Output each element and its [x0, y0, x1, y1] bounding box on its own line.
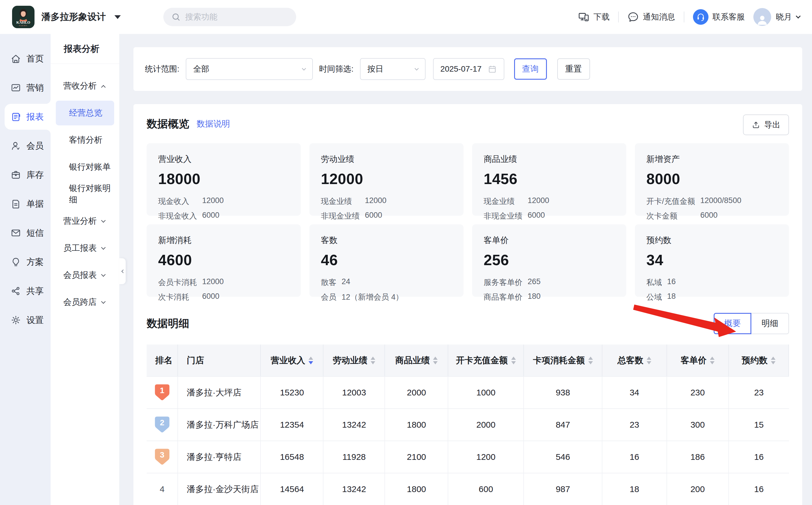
- brand-switcher[interactable]: KAHLO FARMS 潘多拉形象设计: [12, 6, 121, 28]
- sidebar-item-documents[interactable]: 单据: [5, 191, 51, 217]
- sort-icon[interactable]: [588, 357, 593, 364]
- submenu-group-member-cross-store[interactable]: 会员跨店: [56, 290, 114, 315]
- overview-cards: 营业收入 18000 现金收入 12000 非现金收入 6000 劳动业绩 12…: [147, 143, 789, 297]
- column-header: 营业收入: [261, 345, 324, 376]
- sort-asc-icon: [710, 357, 715, 360]
- time-granularity-select[interactable]: 按日: [360, 58, 426, 80]
- goods-cell: 2100: [385, 441, 448, 473]
- document-icon: [10, 198, 21, 209]
- sidebar-item-share[interactable]: 共享: [5, 278, 51, 304]
- card-title: 新增资产: [646, 154, 778, 165]
- submenu-group-staff-reports[interactable]: 员工报表: [56, 236, 114, 261]
- submenu-item-bank-statement[interactable]: 银行对账单: [56, 155, 114, 179]
- query-button[interactable]: 查询: [514, 58, 547, 80]
- export-button[interactable]: 导出: [743, 115, 789, 135]
- sidebar-collapse-handle[interactable]: [119, 258, 126, 284]
- sort-asc-icon: [588, 357, 593, 360]
- column-header: 开卡充值金额: [448, 345, 524, 376]
- marketing-chart-icon: [10, 82, 21, 93]
- sidebar-item-sms[interactable]: 短信: [5, 220, 51, 246]
- brand-name: 潘多拉形象设计: [41, 11, 106, 23]
- bookings-cell: 15: [729, 409, 789, 441]
- download-button[interactable]: 下载: [578, 11, 610, 23]
- store-name-cell: 潘多拉·金沙天街店: [178, 473, 261, 505]
- filter-bar: 统计范围: 全部 时间筛选: 按日 2025-07-17 查询 重置: [134, 47, 802, 91]
- sort-asc-icon: [433, 357, 438, 360]
- overview-card: 客数 46 散客 24 会员 12（新增会员 4）: [310, 224, 463, 297]
- sort-icon[interactable]: [433, 357, 438, 364]
- card-consume-amount-cell: 847: [524, 409, 602, 441]
- sort-icon[interactable]: [647, 357, 651, 364]
- card-sub-value: 24: [342, 277, 452, 288]
- revenue-cell: 14564: [261, 473, 324, 505]
- card-value: 12000: [321, 170, 452, 187]
- submenu-group-member-reports[interactable]: 会员报表: [56, 263, 114, 288]
- view-toggle: 概要 明细: [714, 313, 789, 334]
- overview-card: 客单价 256 服务客单价 265 商品客单价 180: [472, 224, 626, 297]
- search-icon: [171, 12, 181, 22]
- card-value: 34: [646, 251, 778, 269]
- labor-cell: 13242: [324, 409, 385, 441]
- submenu-item-business-overview[interactable]: 经营总览: [56, 101, 114, 125]
- table-row: 1 1 潘多拉·大坪店 15230 12003 2000 1000 938 34…: [147, 377, 789, 409]
- card-sub-value: 12000: [202, 277, 289, 288]
- card-sub-value: 12000: [528, 196, 615, 206]
- submenu-group-operation-analysis[interactable]: 营业分析: [56, 209, 114, 233]
- toggle-summary-button[interactable]: 概要: [714, 313, 751, 334]
- sidebar-item-plans[interactable]: 方案: [5, 249, 51, 275]
- sort-icon[interactable]: [710, 357, 715, 364]
- card-sub-label: 散客: [321, 277, 337, 288]
- user-menu[interactable]: 晓月: [753, 8, 800, 26]
- overview-card: 劳动业绩 12000 现金业绩 12000 非现金业绩 6000: [310, 143, 463, 216]
- brand-logo: KAHLO FARMS: [12, 6, 34, 28]
- card-title: 劳动业绩: [321, 154, 452, 165]
- card-sub-value: 6000: [202, 211, 289, 221]
- card-sub-label: 商品客单价: [484, 292, 523, 302]
- date-picker[interactable]: 2025-07-17: [433, 58, 504, 80]
- sidebar-item-home[interactable]: 首页: [5, 46, 51, 71]
- card-title: 商品业绩: [484, 154, 615, 165]
- sort-asc-icon: [511, 357, 516, 360]
- headset-icon: [693, 9, 708, 25]
- sidebar-item-settings[interactable]: 设置: [5, 307, 51, 333]
- notifications-button[interactable]: 通知消息: [627, 11, 675, 23]
- calendar-icon: [488, 64, 497, 73]
- submenu-item-bank-statement-detail[interactable]: 银行对账明细: [56, 182, 114, 206]
- chevron-down-icon: [302, 66, 306, 70]
- card-title: 预约数: [646, 235, 778, 246]
- table-row: 3 3 潘多拉·亨特店 16548 11928 2100 1200 546 16…: [147, 441, 789, 473]
- chevron-down-icon: [101, 272, 106, 277]
- labor-cell: 12003: [324, 377, 385, 408]
- sidebar-item-inventory[interactable]: 库存: [5, 162, 51, 188]
- chevron-left-icon: [121, 270, 125, 273]
- share-icon: [10, 286, 21, 297]
- submenu-group-revenue-analysis[interactable]: 营收分析: [56, 73, 114, 98]
- sort-icon[interactable]: [371, 357, 375, 364]
- card-open-amount-cell: 1200: [448, 441, 524, 473]
- data-explanation-link[interactable]: 数据说明: [197, 118, 230, 130]
- scope-select[interactable]: 全部: [186, 58, 313, 80]
- sort-desc-icon: [647, 361, 651, 364]
- card-sub-label: 公域: [646, 292, 662, 302]
- submenu-item-customer-analysis[interactable]: 客情分析: [56, 128, 114, 152]
- support-button[interactable]: 联系客服: [693, 9, 745, 25]
- sort-icon[interactable]: [511, 357, 516, 364]
- sort-icon[interactable]: [309, 357, 313, 364]
- card-sub-value: 265: [528, 277, 615, 288]
- table-header-row: 排名 门店: [147, 345, 789, 377]
- toggle-detail-button[interactable]: 明细: [751, 313, 789, 334]
- rank-cell: 3 3: [147, 441, 178, 473]
- card-sub-label: 次卡消耗: [158, 292, 197, 302]
- sort-icon[interactable]: [771, 357, 776, 364]
- column-header: 总客数: [602, 345, 667, 376]
- sidebar-item-members[interactable]: 会员: [5, 133, 51, 159]
- card-sub-label: 非现金业绩: [484, 211, 523, 221]
- card-value: 4600: [158, 251, 289, 269]
- card-sub-value: 12（新增会员 4）: [342, 292, 452, 302]
- svg-text:FARMS: FARMS: [19, 25, 28, 26]
- card-sub-value: 12000: [202, 196, 289, 206]
- search-input[interactable]: 搜索功能: [163, 8, 296, 26]
- reset-button[interactable]: 重置: [557, 58, 590, 80]
- sidebar-item-reports[interactable]: 报表: [5, 104, 51, 130]
- main-content: 统计范围: 全部 时间筛选: 按日 2025-07-17 查询 重置 数据概览 …: [120, 34, 812, 505]
